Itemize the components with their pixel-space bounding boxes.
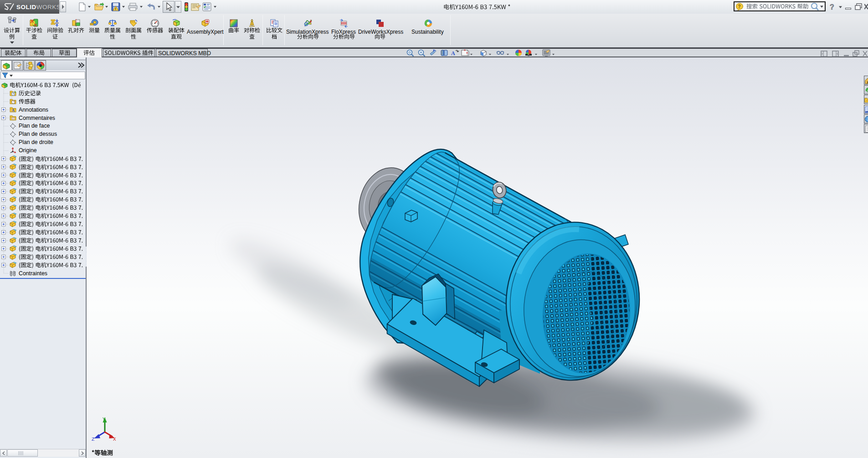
svg-text:Y: Y	[103, 417, 106, 422]
svg-text:X: X	[113, 437, 116, 442]
svg-text:A: A	[12, 108, 15, 113]
svg-text:Z: Z	[92, 437, 95, 442]
